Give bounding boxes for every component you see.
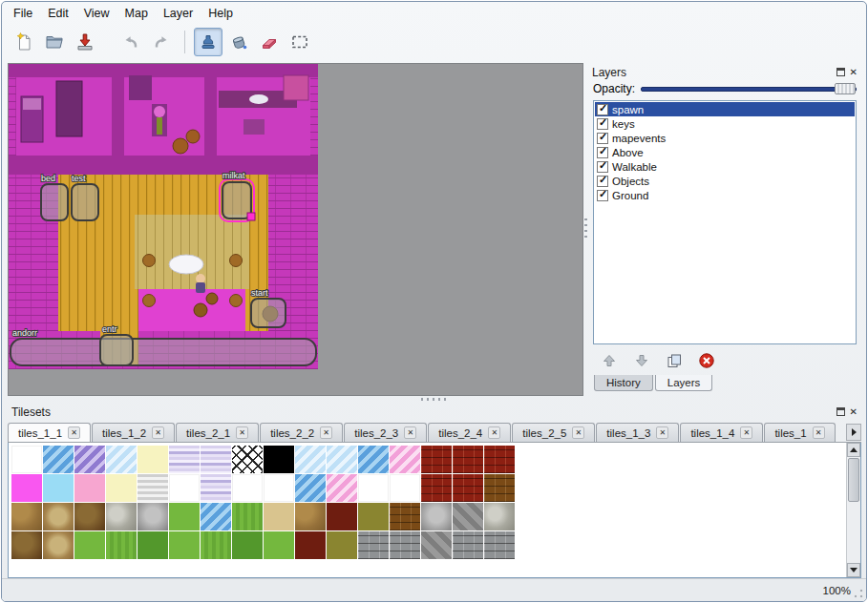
tileset-tile-magenta[interactable] xyxy=(11,474,42,502)
tileset-tab[interactable]: tiles_1_3✕ xyxy=(596,423,679,442)
layer-visibility-checkbox[interactable] xyxy=(597,147,608,158)
close-tab-icon[interactable]: ✕ xyxy=(740,426,752,439)
close-tab-icon[interactable]: ✕ xyxy=(572,426,584,439)
tileset-tile-lavstripe[interactable] xyxy=(169,446,200,473)
menu-layer[interactable]: Layer xyxy=(156,4,201,23)
tileset-tile-waterblue[interactable] xyxy=(358,446,389,473)
tileset-tile-grasstex[interactable] xyxy=(201,531,231,559)
tileset-tile-grassdark[interactable] xyxy=(138,531,168,559)
tab-history[interactable]: History xyxy=(594,375,653,391)
float-dock-icon[interactable] xyxy=(836,68,845,76)
tileset-tab[interactable]: tiles_2_2✕ xyxy=(260,423,343,442)
tileset-tile-cream[interactable] xyxy=(138,446,168,473)
tileset-tile-brickred[interactable] xyxy=(484,446,515,473)
close-tab-icon[interactable]: ✕ xyxy=(152,426,164,439)
tileset-tile-brickgray[interactable] xyxy=(358,531,389,559)
tab-layers[interactable]: Layers xyxy=(655,375,713,391)
layers-dock-titlebar[interactable]: Layers ✕ xyxy=(588,63,861,81)
tileset-tile-brickgray[interactable] xyxy=(484,531,515,559)
tileset-tile-waterblue[interactable] xyxy=(295,474,326,502)
layer-visibility-checkbox[interactable] xyxy=(597,133,608,144)
tileset-tile-grass[interactable] xyxy=(74,531,105,559)
menu-view[interactable]: View xyxy=(76,4,117,23)
tileset-tile-white[interactable] xyxy=(11,446,42,473)
menu-edit[interactable]: Edit xyxy=(40,4,76,23)
tileset-tile-white[interactable] xyxy=(358,474,389,502)
tileset-tile-dirt[interactable] xyxy=(295,503,326,530)
tileset-tile-sand[interactable] xyxy=(264,503,294,530)
tileset-tile-grass[interactable] xyxy=(264,531,294,559)
tileset-tile-pink[interactable] xyxy=(74,474,105,502)
opacity-slider-handle[interactable] xyxy=(835,83,856,94)
resize-grip[interactable] xyxy=(853,588,864,599)
tileset-tile-white[interactable] xyxy=(232,474,263,502)
tileset-tile-white[interactable] xyxy=(169,474,200,502)
rect-select-button[interactable] xyxy=(286,28,314,56)
tileset-tile-waterpurple[interactable] xyxy=(74,446,105,473)
tileset-tile-waterpink[interactable] xyxy=(327,474,357,502)
tileset-tile-grasstex[interactable] xyxy=(232,503,263,530)
tilesets-dock-titlebar[interactable]: Tilesets ✕ xyxy=(8,403,861,421)
layer-row-above[interactable]: Above xyxy=(595,145,855,159)
layer-row-ground[interactable]: Ground xyxy=(595,188,855,202)
close-dock-icon[interactable]: ✕ xyxy=(850,68,857,77)
close-tab-icon[interactable]: ✕ xyxy=(68,426,80,439)
eraser-button[interactable] xyxy=(255,28,284,56)
tileset-tile-white[interactable] xyxy=(264,474,294,502)
tileset-scrollbar[interactable] xyxy=(846,443,860,577)
tileset-tile-grasstex[interactable] xyxy=(106,531,137,559)
vertical-splitter[interactable] xyxy=(583,63,588,396)
tileset-tile-rocks[interactable] xyxy=(421,531,452,559)
close-tab-icon[interactable]: ✕ xyxy=(236,426,248,439)
tileset-tile-graystripe[interactable] xyxy=(138,474,168,502)
tileset-tile-darkred[interactable] xyxy=(295,531,326,559)
opacity-slider[interactable] xyxy=(641,82,857,95)
open-button[interactable] xyxy=(40,28,69,56)
tileset-tile-brickbrown[interactable] xyxy=(484,474,515,502)
tileset-tab[interactable]: tiles_1_1✕ xyxy=(8,423,91,442)
tileset-tile-brickgray[interactable] xyxy=(453,531,483,559)
tileset-tab[interactable]: tiles_2_5✕ xyxy=(512,423,595,442)
tileset-tab[interactable]: tiles_2_3✕ xyxy=(344,423,427,442)
layer-row-objects[interactable]: Objects xyxy=(595,174,855,188)
tileset-tile-waterblue[interactable] xyxy=(43,446,74,473)
tileset-tile-lavstripe[interactable] xyxy=(201,446,231,473)
tileset-tile-cobble[interactable] xyxy=(43,531,74,559)
tileset-tile-brickred[interactable] xyxy=(453,474,483,502)
undo-button[interactable] xyxy=(116,28,145,56)
tab-scroll-right-button[interactable] xyxy=(846,424,861,441)
layer-row-walkable[interactable]: Walkable xyxy=(595,159,855,174)
tileset-tile-grass[interactable] xyxy=(169,531,200,559)
layer-row-spawn[interactable]: spawn xyxy=(595,102,855,116)
tileset-tile-stone[interactable] xyxy=(421,503,452,530)
lower-layer-button[interactable] xyxy=(632,351,651,370)
menu-file[interactable]: File xyxy=(6,4,40,23)
stamp-brush-button[interactable] xyxy=(194,28,222,56)
horizontal-splitter[interactable] xyxy=(2,396,866,403)
tileset-view[interactable] xyxy=(8,443,861,578)
tileset-tile-waterlight[interactable] xyxy=(327,446,357,473)
layer-visibility-checkbox[interactable] xyxy=(597,190,608,201)
save-button[interactable] xyxy=(71,28,99,56)
tileset-tile-olive[interactable] xyxy=(358,503,389,530)
close-dock-icon[interactable]: ✕ xyxy=(850,407,857,417)
duplicate-layer-button[interactable] xyxy=(665,351,684,370)
raise-layer-button[interactable] xyxy=(600,351,619,370)
tileset-tile-dirtdark[interactable] xyxy=(11,531,42,559)
tileset-tab[interactable]: tiles_1_4✕ xyxy=(680,423,763,442)
float-dock-icon[interactable] xyxy=(836,407,845,416)
tileset-tile-pebble[interactable] xyxy=(106,503,137,530)
tileset-tile-brickgray[interactable] xyxy=(390,531,420,559)
bucket-fill-button[interactable] xyxy=(224,28,253,56)
tileset-tab[interactable]: tiles_2_1✕ xyxy=(176,423,259,442)
scrollbar-thumb[interactable] xyxy=(848,458,859,502)
tileset-tile-olive[interactable] xyxy=(327,531,357,559)
tileset-tile-waterlight[interactable] xyxy=(106,446,137,473)
tileset-tab[interactable]: tiles_1✕ xyxy=(764,423,835,442)
tileset-tile-waterlight[interactable] xyxy=(295,446,326,473)
layer-visibility-checkbox[interactable] xyxy=(597,118,608,130)
layer-visibility-checkbox[interactable] xyxy=(597,176,608,187)
tileset-tab[interactable]: tiles_2_4✕ xyxy=(428,423,511,442)
tileset-tile-grassdark[interactable] xyxy=(232,531,263,559)
layer-row-keys[interactable]: keys xyxy=(595,116,855,131)
